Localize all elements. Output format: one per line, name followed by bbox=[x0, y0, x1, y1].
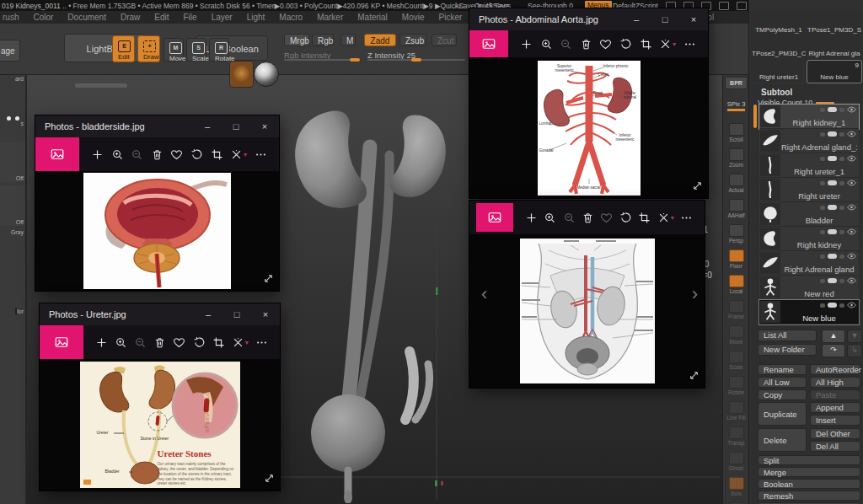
favorite-button[interactable] bbox=[173, 336, 185, 349]
photos-window-ureter[interactable]: Photos - Ureter.jpg –□× ▾ bbox=[40, 303, 280, 491]
see-more-button[interactable] bbox=[680, 212, 693, 224]
right-shelf-button[interactable]: Actual bbox=[723, 174, 749, 197]
close-button[interactable]: × bbox=[679, 8, 708, 30]
add-to-button[interactable] bbox=[520, 38, 533, 51]
rotate-button[interactable] bbox=[619, 38, 632, 51]
rotate-button[interactable]: RRotate bbox=[209, 38, 229, 62]
stroke-thumbnail[interactable]: s bbox=[0, 115, 25, 126]
menu-item[interactable]: Marker bbox=[317, 13, 343, 22]
menu-item[interactable]: File bbox=[184, 13, 197, 22]
alpha-thumbnail[interactable]: Off bbox=[0, 142, 25, 182]
zoom-in-button[interactable] bbox=[544, 212, 556, 224]
delete-button[interactable] bbox=[580, 38, 592, 51]
add-to-button[interactable] bbox=[91, 148, 104, 161]
merge-button[interactable]: Merge bbox=[758, 467, 860, 477]
rotate-button[interactable] bbox=[619, 212, 632, 224]
edit-create-button[interactable]: ▾ bbox=[659, 38, 676, 51]
paste-button[interactable]: Paste bbox=[810, 389, 860, 400]
edit-create-button[interactable]: ▾ bbox=[230, 148, 247, 161]
right-shelf-button[interactable]: Solo bbox=[723, 477, 749, 501]
maximize-button[interactable]: □ bbox=[651, 8, 679, 30]
new-folder-button[interactable]: New Folder bbox=[758, 344, 817, 356]
right-shelf-button[interactable]: Rotate bbox=[723, 376, 749, 399]
draw-button[interactable]: +Draw bbox=[137, 35, 160, 62]
subtool-item-active[interactable]: New blue bbox=[759, 300, 859, 324]
delete-button[interactable] bbox=[153, 336, 166, 349]
crop-button[interactable] bbox=[211, 148, 223, 161]
tool-thumb-selected[interactable]: 9New blue bbox=[807, 61, 861, 83]
zcut-button[interactable]: Zcut bbox=[432, 34, 457, 46]
zoom-in-button[interactable] bbox=[115, 336, 127, 349]
add-to-button[interactable] bbox=[95, 336, 108, 349]
edit-button[interactable]: EEdit bbox=[112, 35, 135, 62]
menu-item[interactable]: Material bbox=[357, 13, 388, 22]
material-thumbnail[interactable]: Gray bbox=[0, 229, 25, 235]
folder-up-button[interactable]: ↷ bbox=[822, 344, 845, 357]
expand-icon-button[interactable] bbox=[263, 273, 274, 287]
right-shelf-button[interactable]: Scroll bbox=[723, 123, 749, 147]
menu-item[interactable]: Draw bbox=[121, 13, 140, 22]
scale-button[interactable]: SScale bbox=[186, 38, 206, 62]
subtool-header[interactable]: Subtool bbox=[751, 84, 862, 97]
zoom-out-button[interactable] bbox=[134, 336, 147, 349]
expand-icon-button[interactable] bbox=[264, 473, 275, 486]
delete-button[interactable] bbox=[151, 148, 163, 161]
tool-thumb[interactable]: TPose1_PM3D_S bbox=[807, 13, 861, 35]
window-titlebar[interactable]: Photos - bladderside.jpg –□× bbox=[35, 115, 279, 137]
autoreorder-button[interactable]: AutoReorder bbox=[810, 364, 860, 375]
add-to-button[interactable] bbox=[525, 212, 538, 224]
right-shelf-button[interactable]: Scale bbox=[723, 351, 749, 374]
rgb-button[interactable]: Rgb bbox=[312, 34, 334, 46]
all-low-button[interactable]: All Low bbox=[758, 377, 807, 388]
minimize-button[interactable]: – bbox=[194, 303, 222, 325]
menu-item[interactable]: rush bbox=[3, 13, 19, 22]
color-picker[interactable] bbox=[0, 261, 25, 274]
visibility-eye-icon[interactable] bbox=[847, 253, 856, 260]
m-button[interactable]: M bbox=[340, 34, 356, 46]
close-button[interactable]: × bbox=[250, 115, 279, 137]
all-high-button[interactable]: All High bbox=[810, 377, 860, 388]
subtool-item[interactable]: New red bbox=[759, 276, 859, 300]
rotate-button[interactable] bbox=[190, 148, 203, 161]
insert-button[interactable]: Insert bbox=[810, 415, 860, 426]
current-material-sphere[interactable] bbox=[254, 62, 279, 87]
previous-photo-button[interactable]: ‹ bbox=[481, 283, 487, 305]
see-more-button[interactable] bbox=[683, 38, 696, 51]
secondary-color-swatch[interactable]: lor bbox=[0, 308, 25, 314]
duplicate-button[interactable]: Duplicate bbox=[758, 402, 807, 426]
see-all-photos-button[interactable] bbox=[35, 137, 79, 171]
see-more-button[interactable] bbox=[255, 336, 268, 349]
right-shelf-button[interactable]: AAHalf bbox=[723, 199, 749, 223]
minimize-button[interactable]: – bbox=[193, 115, 222, 137]
zoom-out-button[interactable] bbox=[131, 148, 143, 161]
visibility-eye-icon[interactable] bbox=[847, 228, 856, 235]
menu-item[interactable]: Movie bbox=[402, 13, 425, 22]
menu-item[interactable]: Layer bbox=[212, 13, 233, 22]
accent-color-swatch[interactable] bbox=[0, 342, 25, 348]
move-up-button[interactable]: ▲ bbox=[822, 330, 845, 343]
minimize-button[interactable]: – bbox=[622, 8, 651, 30]
zoom-out-button[interactable] bbox=[563, 212, 576, 224]
tool-thumb[interactable]: TMPolyMesh_1 bbox=[752, 13, 806, 35]
brush-thumbnail[interactable]: ard bbox=[0, 76, 25, 82]
right-shelf-button[interactable]: Ghost bbox=[723, 452, 749, 475]
tool-thumb[interactable]: Right ureter1 bbox=[752, 61, 806, 83]
visibility-eye-icon[interactable] bbox=[847, 180, 856, 186]
visibility-eye-icon[interactable] bbox=[847, 204, 856, 211]
crop-button[interactable] bbox=[638, 212, 651, 224]
right-shelf-button[interactable]: Zoom bbox=[723, 148, 749, 172]
see-all-photos-button[interactable] bbox=[40, 325, 83, 359]
append-button[interactable]: Append bbox=[810, 402, 860, 413]
visibility-eye-icon[interactable] bbox=[847, 277, 856, 284]
menu-item[interactable]: Light bbox=[247, 13, 265, 22]
favorite-button[interactable] bbox=[170, 148, 183, 161]
tool-thumb[interactable]: TPose2_PM3D_C bbox=[752, 37, 806, 59]
close-button[interactable]: × bbox=[251, 303, 280, 325]
menu-item[interactable]: Picker bbox=[439, 13, 463, 22]
maximize-button[interactable]: □ bbox=[222, 303, 251, 325]
paste-doc-icon[interactable] bbox=[719, 2, 729, 10]
right-shelf-button[interactable]: BPR bbox=[723, 74, 749, 98]
favorite-button[interactable] bbox=[599, 38, 612, 51]
subtool-item[interactable]: Right Adrenal gland bbox=[759, 251, 859, 276]
photos-window-torso[interactable]: ▾ ‹ › bbox=[469, 201, 705, 388]
